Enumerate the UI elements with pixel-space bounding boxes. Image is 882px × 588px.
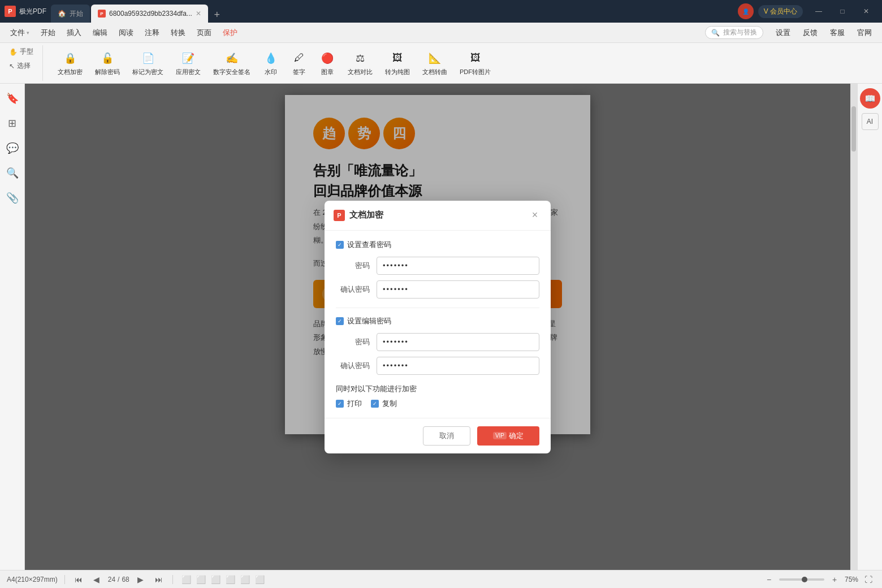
menu-start[interactable]: 开始: [35, 25, 61, 40]
stamp-button[interactable]: 🔴 图章: [314, 48, 341, 79]
pdf-to-img-label: PDF转图片: [460, 68, 491, 76]
cancel-button[interactable]: 取消: [423, 426, 470, 446]
digital-sign-button[interactable]: ✍ 数字安全签名: [207, 48, 256, 79]
extra-checkboxes: ✓ 打印 ✓ 复制: [336, 399, 539, 409]
tab-doc-close[interactable]: ✕: [196, 10, 201, 18]
menu-insert-label: 插入: [67, 28, 81, 38]
nav-last-button[interactable]: ⏭: [152, 573, 166, 586]
sidebar-thumbnail-icon[interactable]: ⊞: [2, 113, 23, 133]
view-pwd-checkbox-row[interactable]: ✓ 设置查看密码: [336, 240, 539, 250]
menu-file[interactable]: 文件 ▾: [5, 25, 35, 40]
sidebar-search-icon[interactable]: 🔍: [2, 163, 23, 183]
scroll-thumb[interactable]: [851, 106, 856, 152]
sign-label: 签字: [293, 68, 305, 76]
select-mode-button[interactable]: ↖ 选择: [5, 59, 38, 72]
view-continuous-button[interactable]: ⬜: [194, 573, 208, 586]
copy-checkbox[interactable]: ✓: [371, 400, 379, 408]
menu-settings[interactable]: 设置: [770, 25, 796, 40]
edit-pwd-checkbox[interactable]: ✓: [336, 317, 344, 325]
watermark-button[interactable]: 💧 水印: [257, 48, 284, 79]
view-fullscreen-button[interactable]: ⬜: [253, 573, 267, 586]
menu-feedback[interactable]: 反馈: [797, 25, 823, 40]
hand-icon: ✋: [9, 48, 18, 56]
view-double-button[interactable]: ⬜: [209, 573, 223, 586]
cursor-icon: ↖: [9, 62, 15, 70]
edit-pwd-confirm-input[interactable]: [377, 357, 539, 375]
vip-tag: VIP: [493, 432, 507, 439]
page-total: 68: [122, 576, 129, 583]
apply-secret-button[interactable]: 📝 应用密文: [170, 48, 206, 79]
minimize-button[interactable]: —: [807, 2, 830, 20]
zoom-in-button[interactable]: +: [828, 573, 841, 586]
menu-insert[interactable]: 插入: [61, 25, 87, 40]
tab-doc[interactable]: P 6800a95932d9bb2334dfa... ✕: [91, 5, 208, 23]
view-grid-button[interactable]: ⬜: [239, 573, 252, 586]
sidebar-attachment-icon[interactable]: 📎: [2, 188, 23, 208]
red-circle-button[interactable]: 📖: [860, 88, 880, 109]
zoom-out-button[interactable]: −: [762, 573, 776, 586]
close-button[interactable]: ✕: [855, 2, 877, 20]
scrollbar[interactable]: [850, 84, 857, 570]
pure-icon: 🖼: [390, 50, 405, 66]
to-pure-button[interactable]: 🖼 转为纯图: [379, 48, 416, 79]
tab-home[interactable]: 🏠 开始: [51, 5, 90, 23]
sidebar-bookmark-icon[interactable]: 🔖: [2, 88, 23, 109]
view-pwd-confirm-input[interactable]: [377, 280, 539, 299]
view-pwd-field-label: 密码: [336, 261, 370, 271]
view-single-button[interactable]: ⬜: [180, 573, 193, 586]
menu-view-label: 阅读: [119, 28, 133, 38]
menu-official[interactable]: 官网: [851, 25, 877, 40]
menu-protect[interactable]: 保护: [217, 25, 243, 40]
view-pwd-input[interactable]: [377, 257, 539, 275]
confirm-button[interactable]: VIP 确定: [477, 426, 539, 446]
menu-comment[interactable]: 注释: [139, 25, 165, 40]
zoom-slider[interactable]: [779, 578, 824, 581]
view-mode-buttons: ⬜ ⬜ ⬜ ⬜ ⬜ ⬜: [180, 573, 267, 586]
print-checkbox[interactable]: ✓: [336, 400, 344, 408]
vip-button[interactable]: V 会员中心: [758, 5, 803, 18]
pdf-to-img-button[interactable]: 🖼 PDF转图片: [454, 48, 496, 79]
nav-next-button[interactable]: ▶: [134, 573, 148, 586]
watermark-label: 水印: [265, 68, 277, 76]
official-label: 官网: [857, 28, 872, 38]
maximize-button[interactable]: □: [831, 2, 854, 20]
view-pwd-checkbox[interactable]: ✓: [336, 241, 344, 249]
menu-edit[interactable]: 编辑: [87, 25, 113, 40]
doc-decrypt-button[interactable]: 🔓 解除密码: [89, 48, 126, 79]
doc-encrypt-button[interactable]: 🔒 文档加密: [52, 48, 88, 79]
vip-label: V 会员中心: [764, 7, 797, 16]
menu-search[interactable]: 🔍 搜索与替换: [705, 26, 763, 39]
search-placeholder: 搜索与替换: [723, 28, 757, 37]
status-sep-2: [172, 575, 173, 584]
menu-page[interactable]: 页面: [191, 25, 217, 40]
dialog-overlay: P 文档加密 × ✓ 设置查看密码 密码: [25, 84, 850, 570]
sign-icon: 🖊: [291, 50, 307, 66]
digital-sign-label: 数字安全签名: [213, 68, 250, 76]
copy-checkbox-row[interactable]: ✓ 复制: [371, 399, 397, 409]
edit-pwd-checkbox-row[interactable]: ✓ 设置编辑密码: [336, 316, 539, 326]
view-split-button[interactable]: ⬜: [224, 573, 237, 586]
menu-view[interactable]: 阅读: [113, 25, 139, 40]
doc-compare-button[interactable]: ⚖ 文档对比: [342, 48, 378, 79]
mark-secret-button[interactable]: 📄 标记为密文: [127, 48, 169, 79]
menu-bar: 文件 ▾ 开始 插入 编辑 阅读 注释 转换 页面 保护 🔍 搜索与替换 设置 …: [0, 23, 882, 43]
menu-support[interactable]: 客服: [824, 25, 850, 40]
doc-flatten-button[interactable]: 📐 文档转曲: [417, 48, 453, 79]
nav-first-button[interactable]: ⏮: [72, 573, 85, 586]
sign-button[interactable]: 🖊 签字: [286, 48, 313, 79]
nav-prev-button[interactable]: ◀: [90, 573, 103, 586]
app-name: 极光PDF: [19, 7, 46, 16]
print-checkbox-row[interactable]: ✓ 打印: [336, 399, 362, 409]
dialog-close-button[interactable]: ×: [528, 209, 542, 222]
edit-pwd-input[interactable]: [377, 333, 539, 351]
menu-convert[interactable]: 转换: [165, 25, 191, 40]
search-icon: 🔍: [711, 29, 720, 37]
add-tab-button[interactable]: +: [209, 7, 225, 23]
sidebar-comment-icon[interactable]: 💬: [2, 138, 23, 158]
extra-label: 同时对以下功能进行加密: [336, 384, 417, 394]
zoom-fit-button[interactable]: ⛶: [862, 573, 875, 586]
sidebar-ai-icon[interactable]: AI: [862, 113, 879, 130]
title-bar-right: 👤 V 会员中心 — □ ✕: [738, 2, 882, 20]
zoom-thumb: [802, 577, 807, 582]
hand-mode-button[interactable]: ✋ 手型: [5, 45, 38, 58]
